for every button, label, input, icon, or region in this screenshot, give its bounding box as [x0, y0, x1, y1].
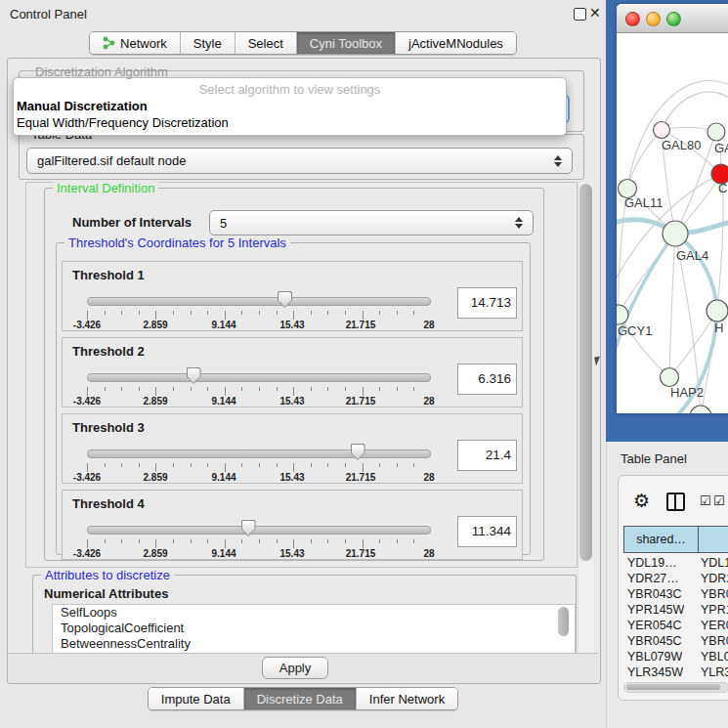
tab-infer-network[interactable]: Infer Network	[357, 688, 457, 709]
table-row[interactable]: YBR045C	[627, 633, 682, 649]
network-node-label: GAL4	[676, 248, 708, 263]
network-window[interactable]: GAL80GACGAL11GAL4GCY1HHAP2	[617, 4, 728, 413]
float-window-icon[interactable]	[574, 8, 586, 21]
tab-network[interactable]: Network	[90, 32, 181, 54]
thresholds-group-title: Threshold's Coordinates for 5 Intervals	[64, 236, 290, 250]
zoom-traffic-light-icon[interactable]	[666, 12, 681, 26]
column-header-shared-name[interactable]: shared…	[623, 526, 699, 553]
list-item[interactable]: BetweennessCentrality	[53, 636, 575, 652]
network-canvas[interactable]: GAL80GACGAL11GAL4GCY1HHAP2	[617, 33, 728, 413]
table-cell[interactable]: YDR2	[701, 571, 728, 586]
table-cell[interactable]: YBL0	[701, 649, 728, 664]
tab-cyni-toolbox[interactable]: Cyni Toolbox	[297, 32, 396, 54]
network-node-GAL80[interactable]	[654, 122, 670, 139]
apply-button[interactable]: Apply	[262, 657, 328, 679]
network-node-GAL4[interactable]	[663, 221, 688, 246]
network-graph: GAL80GACGAL11GAL4GCY1HHAP2	[617, 33, 728, 413]
attributes-list-scrollbar[interactable]	[558, 607, 569, 636]
table-row[interactable]: YDL19…	[627, 555, 677, 571]
popup-item-equal-width-frequency[interactable]: Equal Width/Frequency Discretization	[17, 115, 229, 130]
popup-item-manual-discretization[interactable]: Manual Discretization	[17, 99, 148, 113]
network-nodes[interactable]: GAL80GACGAL11GAL4GCY1HHAP2	[617, 122, 728, 414]
threshold-slider[interactable]	[87, 520, 429, 539]
slider-ticks	[87, 311, 429, 320]
checked-box-icon[interactable]: ☑	[713, 493, 725, 508]
scrollbar-thumb[interactable]	[626, 684, 720, 690]
tab-impute-data[interactable]: Impute Data	[149, 688, 244, 709]
slider-track[interactable]	[87, 450, 431, 458]
gear-icon[interactable]: ⚙	[633, 490, 650, 512]
close-icon[interactable]: ✕	[589, 5, 601, 21]
table-cell[interactable]: YBR0	[701, 586, 728, 602]
numerical-attributes-list[interactable]: SelfLoops TopologicalCoefficient Between…	[52, 604, 576, 655]
network-node-label: GA	[714, 141, 728, 155]
tab-label: Discretize Data	[257, 692, 343, 707]
slider-track[interactable]	[87, 373, 431, 382]
table-row[interactable]: YDR27…	[627, 571, 679, 586]
slider-scale-labels: -3.426 2.859 9.144 15.43 21.715 28	[87, 472, 429, 482]
tab-discretize-data[interactable]: Discretize Data	[244, 688, 357, 709]
table-cell[interactable]: YBR0	[701, 633, 728, 649]
slider-scale-labels: -3.426 2.859 9.144 15.43 21.715 28	[87, 396, 429, 406]
threshold-slider[interactable]	[87, 444, 429, 463]
number-of-intervals-combobox[interactable]: 5	[209, 210, 534, 236]
table-cell[interactable]: YER0	[701, 618, 728, 633]
network-node-partial-bottom[interactable]	[690, 406, 711, 413]
tab-label: Network	[120, 36, 167, 51]
table-row[interactable]: YLR345W	[627, 664, 683, 680]
split-columns-icon[interactable]	[666, 492, 685, 511]
table-row[interactable]: YBR043C	[627, 586, 682, 602]
tab-style[interactable]: Style	[181, 32, 236, 54]
threshold-2-panel: Threshold 2 -3.426 2.859 9.144 15.43 21.…	[62, 337, 523, 407]
number-of-intervals-value: 5	[220, 216, 227, 231]
slider-track[interactable]	[87, 526, 431, 535]
close-traffic-light-icon[interactable]	[625, 12, 640, 26]
network-view-frame: GAL80GACGAL11GAL4GCY1HHAP2	[606, 0, 728, 442]
network-icon	[103, 36, 115, 50]
threshold-slider[interactable]	[87, 291, 429, 311]
column-header-name[interactable]: na	[698, 526, 728, 553]
slider-ticks	[87, 463, 429, 472]
threshold-value-field[interactable]: 21.4	[457, 440, 517, 471]
scrollbar-thumb[interactable]	[579, 184, 592, 561]
threshold-value-field[interactable]: 11.344	[457, 516, 517, 547]
network-node-GA[interactable]	[707, 123, 725, 141]
slider-scale-labels: -3.426 2.859 9.144 15.43 21.715 28	[87, 320, 429, 329]
network-node-label: GAL80	[662, 138, 701, 152]
network-node-label: HAP2	[670, 385, 704, 400]
tab-select[interactable]: Select	[236, 32, 297, 54]
table-data-combobox[interactable]: galFiltered.sif default node	[26, 148, 573, 174]
network-node-label: H	[714, 321, 723, 335]
table-row[interactable]: YPR145W	[627, 602, 684, 618]
checked-box-icon[interactable]: ☑	[700, 493, 711, 508]
threshold-value-field[interactable]: 6.316	[457, 364, 517, 395]
slider-track[interactable]	[87, 297, 431, 306]
tab-label: Cyni Toolbox	[310, 36, 382, 51]
minimize-traffic-light-icon[interactable]	[646, 12, 661, 26]
tab-label: Select	[248, 36, 283, 51]
table-row[interactable]: YER054C	[627, 618, 682, 633]
threshold-slider[interactable]	[87, 367, 429, 387]
threshold-label: Threshold 2	[72, 344, 145, 359]
panel-vertical-scrollbar[interactable]	[578, 183, 594, 653]
table-cell[interactable]: YPR1	[701, 602, 728, 618]
table-cell[interactable]: YLR3	[701, 664, 728, 680]
table-horizontal-scrollbar[interactable]	[623, 682, 728, 693]
tab-label: jActiveMNodules	[408, 36, 503, 51]
network-node-HAP2[interactable]	[661, 368, 679, 387]
network-node-H[interactable]	[707, 300, 728, 321]
list-item[interactable]: SelfLoops	[53, 605, 575, 621]
attributes-group-title: Attributes to discretize	[41, 568, 174, 582]
table-cell[interactable]: YDL1	[701, 555, 728, 571]
tab-jactivemnodules[interactable]: jActiveMNodules	[396, 32, 516, 54]
slider-ticks	[87, 539, 429, 548]
network-node-label: GCY1	[618, 323, 652, 338]
list-item[interactable]: TopologicalCoefficient	[53, 621, 575, 636]
control-panel-titlebar: Control Panel ✕	[0, 0, 606, 27]
threshold-label: Threshold 4	[72, 496, 145, 511]
threshold-value-field[interactable]: 14.713	[457, 287, 517, 319]
control-panel-title: Control Panel	[10, 7, 87, 21]
tab-label: Infer Network	[369, 692, 445, 707]
discretization-algorithm-label: Discretization Algorithm	[35, 64, 168, 79]
table-row[interactable]: YBL079W	[627, 649, 682, 664]
